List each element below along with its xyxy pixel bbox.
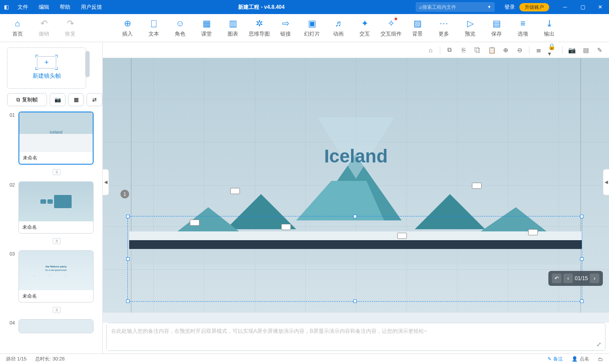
search-box[interactable]: ⌕ ▼ [416, 2, 495, 12]
login-button[interactable]: 登录 [500, 4, 519, 11]
notes-input[interactable] [107, 323, 587, 350]
minimize-button[interactable]: ─ [556, 0, 574, 14]
mindmap-icon: ✲ [256, 18, 263, 29]
copy-frame-button[interactable]: ⧉复制帧 [7, 93, 47, 106]
export-button[interactable]: ⤓输出 [536, 14, 562, 42]
selection-box[interactable] [127, 216, 582, 302]
notes-area: ⤢ [106, 323, 605, 351]
slide-thumb-2[interactable]: ... ... 未命名 [18, 181, 94, 234]
link-icon: ⇨ [282, 18, 290, 29]
sidebar-scrollbar[interactable] [85, 51, 90, 92]
menu-help[interactable]: 帮助 [54, 0, 76, 14]
camera-icon: 📷 [54, 97, 61, 103]
interact-icon: ✦ [361, 18, 369, 29]
undo-icon: ↶ [40, 18, 48, 29]
canvas-title[interactable]: Iceland [324, 146, 388, 167]
menu-feedback[interactable]: 用户反馈 [76, 0, 107, 14]
edit-icon[interactable]: ✎ [595, 45, 605, 55]
more-button[interactable]: ⋯更多 [431, 14, 457, 42]
rollcall-button[interactable]: 👤点名 [572, 356, 589, 362]
undo-button[interactable]: ↶撤销 [31, 14, 57, 42]
interact-comp-button[interactable]: ✧交互组件 [378, 14, 404, 42]
frame-marker[interactable] [472, 183, 482, 189]
slide-number: 04 [7, 319, 15, 333]
slide-row: 03 the Reform party for a new government… [7, 250, 94, 303]
statusbar: 路径 1/15 总时长: 30:28 ✎备注 👤点名 🗀 [0, 353, 609, 364]
zoom-in-icon[interactable]: ⊕ [501, 45, 511, 55]
right-panel-expand-button[interactable]: ◀ [603, 169, 609, 195]
background-button[interactable]: ▨背景 [404, 14, 431, 42]
slide-nav: ↶ ‹ 01/15 › [548, 271, 603, 286]
maximize-button[interactable]: ▢ [574, 0, 591, 14]
character-button[interactable]: ☺角色 [167, 14, 193, 42]
slide-timer[interactable]: ⧖ [19, 305, 94, 313]
swap-icon: ⇄ [92, 97, 97, 103]
save-button[interactable]: ▤保存 [483, 14, 510, 42]
slide-thumb-4[interactable] [18, 319, 94, 333]
thumb-preview [19, 320, 93, 333]
toolbar: ⌂首页 ↶撤销 ↷恢复 ⊕插入 ⎕文本 ☺角色 ▦课堂 ▥图表 ✲思维导图 ⇨链… [0, 14, 609, 42]
lock-icon[interactable]: 🔒▾ [548, 45, 558, 55]
path-marker[interactable]: 1 [120, 190, 129, 198]
slide-timer[interactable]: ⧖ [19, 167, 94, 175]
interact-button[interactable]: ✦交互 [352, 14, 378, 42]
paste-icon[interactable]: ⎘ [459, 45, 468, 55]
nav-next-button[interactable]: › [590, 274, 599, 283]
insert-button[interactable]: ⊕插入 [114, 14, 141, 42]
link-button[interactable]: ⇨链接 [272, 14, 299, 42]
plus-icon: + [37, 56, 56, 68]
thumb-preview: Iceland [19, 112, 93, 152]
slide-button[interactable]: ▣幻灯片 [299, 14, 325, 42]
close-button[interactable]: ✕ [591, 0, 609, 14]
sidebar-collapse-button[interactable]: ◀ [103, 169, 109, 195]
status-duration: 总时长: 30:28 [35, 356, 65, 362]
nav-back-button[interactable]: ↶ [552, 274, 562, 283]
animation-button[interactable]: ♬动画 [325, 14, 352, 42]
clipboard-icon[interactable]: 📋 [487, 45, 497, 55]
classroom-button[interactable]: ▦课堂 [193, 14, 220, 42]
snapshot-icon[interactable]: 📷 [567, 45, 576, 55]
interact-comp-icon: ✧ [388, 18, 395, 29]
upgrade-button[interactable]: 升级账户 [519, 3, 549, 11]
menu-edit[interactable]: 编辑 [33, 0, 54, 14]
swap-button[interactable]: ⇄ [87, 93, 102, 106]
home-view-icon[interactable]: ⌂ [426, 45, 435, 55]
timer-icon: ⧖ [53, 307, 61, 313]
folder-button[interactable]: 🗀 [598, 357, 603, 362]
search-input[interactable] [422, 4, 487, 10]
chevron-down-icon[interactable]: ▼ [487, 5, 491, 9]
notes-toggle-button[interactable]: ✎备注 [547, 356, 563, 362]
qr-button[interactable]: ▦ [68, 93, 84, 106]
nav-prev-button[interactable]: ‹ [563, 274, 573, 283]
animation-icon: ♬ [335, 18, 342, 29]
new-slide-label: 新建镜头帧 [33, 72, 61, 80]
slide-row: 02 ... ... 未命名 [7, 181, 94, 234]
folder-icon: 🗀 [598, 357, 603, 362]
text-button[interactable]: ⎕文本 [141, 14, 167, 42]
camera-button[interactable]: 📷 [50, 93, 65, 106]
align-icon[interactable]: ≣ [534, 45, 544, 55]
canvas-main[interactable]: Iceland 1 [103, 58, 609, 323]
options-button[interactable]: ≡选项 [510, 14, 536, 42]
search-icon: ⌕ [419, 4, 422, 10]
mindmap-button[interactable]: ✲思维导图 [246, 14, 272, 42]
preview-button[interactable]: ▷预览 [457, 14, 483, 42]
layers-icon[interactable]: ▤ [581, 45, 591, 55]
slide-number: 01 [7, 112, 15, 165]
chart-button[interactable]: ▥图表 [220, 14, 246, 42]
home-button[interactable]: ⌂首页 [4, 14, 31, 42]
redo-button[interactable]: ↷恢复 [57, 14, 83, 42]
window-title: 新建工程 - v4.8.404 [107, 4, 416, 11]
canvas[interactable]: Iceland 1 [103, 58, 609, 313]
insert-icon: ⊕ [124, 18, 131, 29]
frame-marker[interactable] [230, 188, 240, 194]
notes-expand-button[interactable]: ⤢ [596, 341, 602, 348]
duplicate-icon[interactable]: ⿻ [473, 45, 482, 55]
slide-thumb-3[interactable]: the Reform party for a new government ..… [18, 250, 94, 303]
slide-timer[interactable]: ⧖ [19, 236, 94, 244]
slide-thumb-1[interactable]: Iceland 未命名 [18, 112, 94, 165]
copy-icon[interactable]: ⧉ [445, 45, 454, 55]
zoom-out-icon[interactable]: ⊖ [515, 45, 525, 55]
new-slide-button[interactable]: + 新建镜头帧 [7, 47, 86, 89]
menu-file[interactable]: 文件 [12, 0, 33, 14]
